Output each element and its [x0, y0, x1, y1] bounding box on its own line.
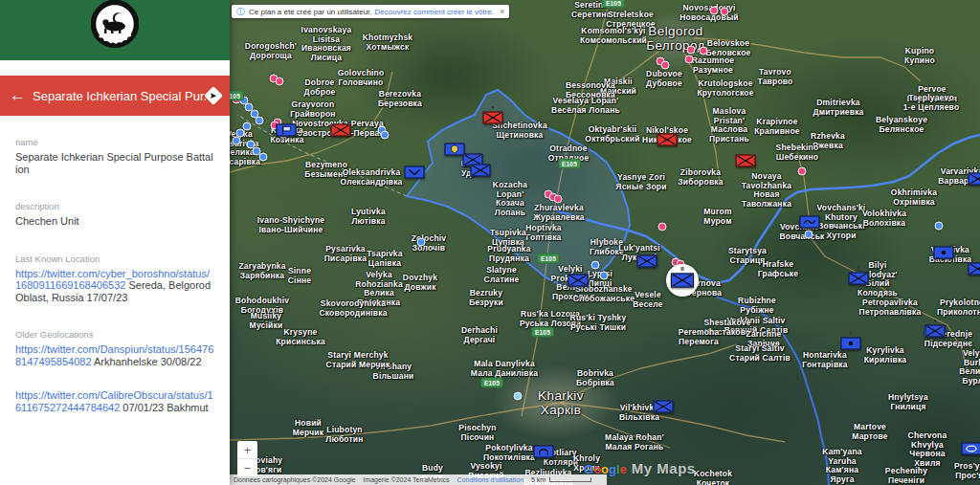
field-text: Arkhanhelske 30/08/22	[92, 356, 202, 367]
friendly-unit-marker-x[interactable]: II	[671, 274, 694, 288]
friendly-unit-marker-flag[interactable]	[277, 124, 297, 137]
echelon-mark: II	[849, 330, 852, 336]
feature-fields: nameSeparate Ichkerian Special Purpose B…	[0, 116, 230, 413]
friendly-unit-marker-dot[interactable]: II	[841, 338, 861, 350]
friendly-unit-marker-arc[interactable]	[800, 216, 820, 229]
directions-arrow-glyph: ➤	[210, 91, 217, 99]
app-window: SeretinoСеретиноStreletskoeСтрелецкоеNov…	[0, 0, 980, 485]
echelon-mark: II	[857, 265, 859, 271]
map-attribution-bar: Données cartographiques ©2024 Google Ima…	[230, 474, 607, 485]
notification-text: Ce plan a été créé par un utilisateur.	[249, 8, 372, 16]
enemy-unit-marker-x[interactable]	[736, 155, 756, 167]
page-title: Separate Ichkerian Special Pur...	[33, 89, 207, 103]
friendly-unit-marker-x[interactable]	[637, 255, 657, 268]
imagery-credit: Imagerie ©2024 TerraMetrics	[363, 476, 449, 483]
friendly-unit-marker-x[interactable]: x	[925, 325, 946, 338]
info-icon: ⓘ	[236, 6, 245, 18]
field-label: description	[15, 201, 214, 211]
friendly-unit-marker-x[interactable]	[568, 275, 589, 287]
friendly-unit-marker-chevron[interactable]	[405, 166, 425, 179]
friendly-unit-marker-oval[interactable]	[962, 443, 980, 455]
friendly-unit-marker-x[interactable]: II	[849, 273, 869, 285]
friendly-unit-marker-x[interactable]	[471, 165, 491, 177]
terms-link[interactable]: Conditions d'utilisation	[457, 476, 523, 483]
ichkeria-flag-green-band	[0, 0, 230, 60]
friendly-unit-marker-x[interactable]	[969, 263, 980, 276]
field-value: https://twitter.com/cyber_boroshno/statu…	[15, 268, 214, 304]
field-text: Separate Ichkerian Special Purpose Batta…	[15, 151, 213, 175]
scale-bar	[549, 477, 591, 482]
field-value: Chechen Unit	[15, 215, 214, 228]
field-value: https://twitter.com/Danspiun/status/1564…	[15, 343, 214, 367]
close-icon[interactable]: ×	[500, 7, 504, 16]
enemy-unit-marker-x[interactable]	[657, 134, 678, 146]
field-label: Last Known Location	[15, 254, 214, 264]
back-arrow-icon[interactable]: ←	[10, 86, 33, 105]
friendly-unit-marker-crest[interactable]	[445, 143, 465, 156]
field-label: Older Geolocations	[15, 329, 214, 340]
user-map-notification: ⓘ Ce plan a été créé par un utilisateur.…	[232, 5, 509, 18]
field-text: 07/01/23 Bakhmut	[120, 402, 208, 413]
field-text: Chechen Unit	[15, 215, 79, 227]
field-value: https://twitter.com/CalibreObscura/statu…	[15, 389, 214, 413]
field-label: name	[15, 137, 214, 147]
enemy-unit-marker-x[interactable]: x	[483, 112, 503, 124]
enemy-unit-marker-x[interactable]	[331, 124, 351, 137]
zoom-controls: + −	[237, 441, 257, 476]
zoom-in-button[interactable]: +	[237, 441, 257, 459]
friendly-unit-marker-x[interactable]	[969, 173, 980, 186]
sidebar-header: ← Separate Ichkerian Special Pur... ➤	[0, 76, 230, 116]
echelon-mark: x	[491, 104, 494, 110]
scale-label: 5 km	[531, 476, 546, 483]
ichkeria-flag-white-band	[0, 60, 230, 76]
friendly-unit-marker-dot[interactable]	[934, 247, 954, 259]
create-map-link[interactable]: Découvrez comment créer le vôtre.	[375, 8, 495, 16]
details-sidebar: ← Separate Ichkerian Special Pur... ➤ na…	[0, 0, 230, 485]
echelon-mark: x	[933, 318, 936, 323]
directions-diamond-icon[interactable]: ➤	[204, 86, 223, 105]
friendly-unit-marker-arch[interactable]	[534, 446, 554, 458]
echelon-mark: II	[680, 266, 683, 272]
friendly-unit-marker-x[interactable]	[654, 401, 674, 413]
field-value: Separate Ichkerian Special Purpose Batta…	[15, 151, 214, 175]
cartography-credit: Données cartographiques ©2024 Google	[234, 476, 355, 483]
ichkeria-emblem-icon	[91, 0, 139, 50]
